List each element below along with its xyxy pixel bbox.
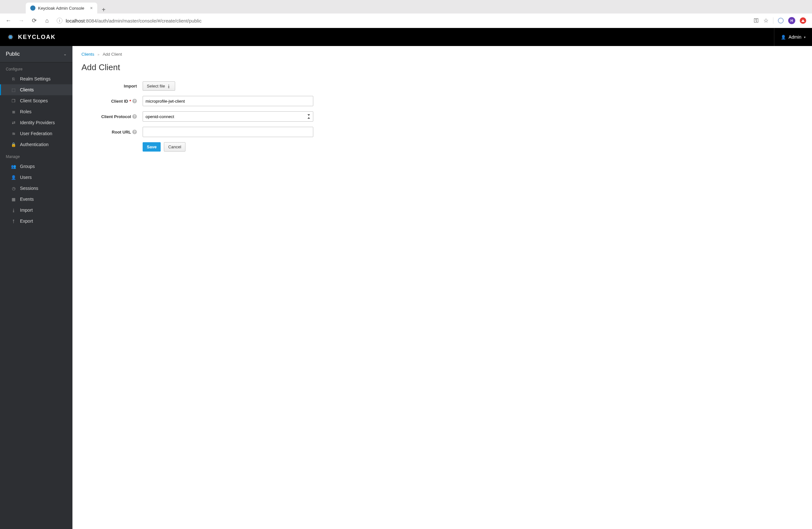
sidebar-item-label: Roles [20, 109, 31, 114]
browser-tabstrip: Keycloak Admin Console × + [0, 0, 812, 14]
breadcrumb-current: Add Client [103, 52, 122, 57]
sidebar-section-label: Manage [0, 150, 72, 161]
realm-selector[interactable]: Public ⌄ [0, 46, 72, 62]
save-button[interactable]: Save [143, 142, 161, 151]
breadcrumb-parent-link[interactable]: Clients [82, 52, 95, 57]
site-info-icon[interactable]: i [57, 18, 62, 24]
url-path: :8084/auth/admin/master/console/#/create… [85, 18, 202, 24]
roles-icon: ≣ [11, 109, 16, 114]
keycloak-favicon-icon [30, 5, 35, 11]
user-menu[interactable]: 👤 Admin ▾ [774, 28, 806, 46]
sidebar-item-users[interactable]: 👤Users [0, 172, 72, 183]
new-tab-button[interactable]: + [97, 6, 110, 14]
page-title: Add Client [82, 62, 803, 72]
url-host: localhost [66, 18, 85, 24]
sidebar-item-label: Import [20, 208, 33, 213]
brand-text: KEYCLOAK [18, 34, 56, 41]
sidebar-item-authentication[interactable]: 🔒Authentication [0, 139, 72, 150]
home-button[interactable]: ⌂ [43, 16, 52, 25]
main-content: Clients » Add Client Add Client Import S… [72, 46, 812, 529]
client-id-label: Client ID [111, 99, 128, 104]
browser-tab[interactable]: Keycloak Admin Console × [26, 3, 97, 14]
row-import: Import Select file ⭳ [82, 82, 803, 91]
keycloak-app: KEYCLOAK 👤 Admin ▾ Public ⌄ Configure⎘Re… [0, 28, 812, 529]
sidebar-item-realm-settings[interactable]: ⎘Realm Settings [0, 73, 72, 84]
url-bar[interactable]: i localhost:8084/auth/admin/master/conso… [55, 18, 750, 24]
import-icon: ⭳ [11, 208, 16, 213]
chevron-down-icon: ▾ [804, 35, 806, 39]
user-icon: 👤 [781, 35, 786, 40]
breadcrumb-separator-icon: » [98, 53, 100, 56]
root-url-input[interactable] [143, 127, 313, 137]
client-protocol-label: Client Protocol [101, 114, 131, 119]
groups-icon: 👥 [11, 164, 16, 169]
nav-back-button[interactable]: ← [4, 16, 13, 25]
browser-toolbar: ← → ⟳ ⌂ i localhost:8084/auth/admin/mast… [0, 14, 812, 28]
sidebar-item-label: Users [20, 175, 32, 180]
sessions-icon: ◷ [11, 186, 16, 191]
tab-close-icon[interactable]: × [90, 5, 93, 11]
events-icon: ▦ [11, 197, 16, 202]
realm-settings-icon: ⎘ [11, 77, 16, 82]
help-icon[interactable]: ? [132, 99, 137, 103]
user-label: Admin [788, 34, 801, 40]
sidebar-item-roles[interactable]: ≣Roles [0, 106, 72, 117]
clients-icon: ⬚ [11, 88, 16, 92]
cancel-button[interactable]: Cancel [164, 142, 185, 151]
password-key-icon[interactable]: ⚿ [754, 18, 759, 24]
client-protocol-select-wrap: openid-connect [143, 111, 313, 122]
import-file-icon: ⭳ [167, 84, 171, 88]
client-id-input[interactable] [143, 96, 313, 106]
sidebar-item-label: User Federation [20, 131, 52, 136]
form-actions: Save Cancel [82, 142, 803, 151]
sidebar-item-label: Export [20, 219, 33, 224]
sidebar-item-groups[interactable]: 👥Groups [0, 161, 72, 172]
sidebar: Public ⌄ Configure⎘Realm Settings⬚Client… [0, 46, 72, 529]
breadcrumb: Clients » Add Client [82, 52, 803, 57]
browser-right-icons: ⚿ ☆ H [754, 17, 808, 24]
export-icon: ⭱ [11, 219, 16, 224]
sidebar-item-export[interactable]: ⭱Export [0, 216, 72, 226]
sidebar-item-idp[interactable]: ⇄Identity Providers [0, 117, 72, 128]
root-url-label: Root URL [112, 130, 131, 134]
select-file-button[interactable]: Select file ⭳ [143, 82, 175, 91]
app-header: KEYCLOAK 👤 Admin ▾ [0, 28, 812, 46]
authentication-icon: 🔒 [11, 142, 16, 147]
help-icon[interactable]: ? [132, 130, 137, 134]
row-client-id: Client ID * ? [82, 96, 803, 106]
sidebar-item-label: Sessions [20, 186, 38, 191]
required-asterisk: * [129, 99, 131, 104]
reload-button[interactable]: ⟳ [30, 16, 39, 25]
chevron-down-icon: ⌄ [63, 52, 67, 56]
help-icon[interactable]: ? [132, 114, 137, 119]
sidebar-item-label: Client Scopes [20, 98, 48, 103]
sidebar-item-label: Authentication [20, 142, 48, 147]
keycloak-logo[interactable]: KEYCLOAK [6, 33, 56, 41]
profile-avatar[interactable]: H [788, 17, 795, 24]
row-root-url: Root URL ? [82, 127, 803, 137]
sidebar-item-label: Events [20, 196, 34, 202]
sidebar-item-label: Groups [20, 164, 35, 169]
client-scopes-icon: ❐ [11, 99, 16, 103]
sidebar-item-client-scopes[interactable]: ❐Client Scopes [0, 95, 72, 106]
realm-name: Public [6, 51, 20, 57]
sidebar-item-sessions[interactable]: ◷Sessions [0, 183, 72, 194]
bookmark-star-icon[interactable]: ☆ [764, 17, 769, 24]
users-icon: 👤 [11, 175, 16, 180]
sidebar-item-user-federation[interactable]: ≋User Federation [0, 128, 72, 139]
notification-badge-icon[interactable] [800, 17, 806, 24]
sidebar-item-import[interactable]: ⭳Import [0, 205, 72, 216]
sidebar-item-label: Identity Providers [20, 120, 55, 125]
row-client-protocol: Client Protocol ? openid-connect [82, 111, 803, 122]
sidebar-item-events[interactable]: ▦Events [0, 194, 72, 205]
sidebar-item-label: Clients [20, 87, 34, 92]
sidebar-item-label: Realm Settings [20, 76, 50, 82]
client-protocol-select[interactable]: openid-connect [143, 111, 313, 122]
nav-forward-button[interactable]: → [17, 16, 26, 25]
app-body: Public ⌄ Configure⎘Realm Settings⬚Client… [0, 46, 812, 529]
extension-icon[interactable] [778, 18, 784, 24]
sidebar-item-clients[interactable]: ⬚Clients [0, 84, 72, 95]
sidebar-section-label: Configure [0, 62, 72, 73]
import-label: Import [124, 84, 137, 88]
divider [773, 17, 773, 24]
